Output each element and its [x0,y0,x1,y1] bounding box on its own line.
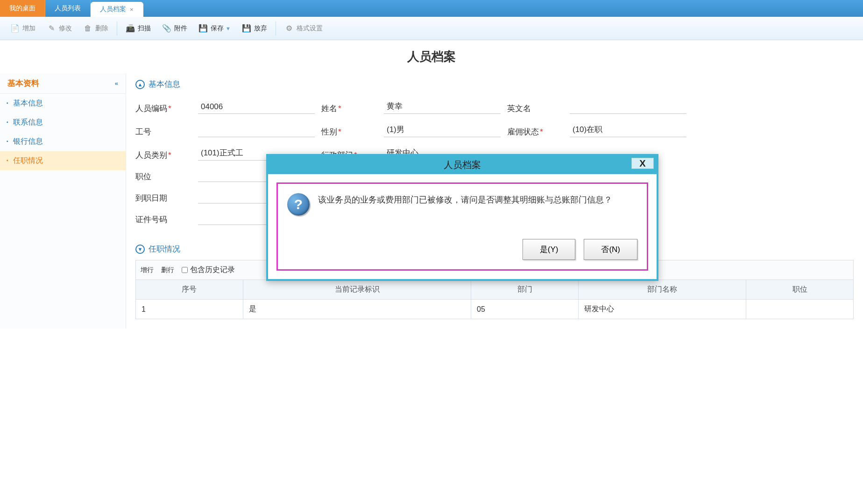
sidebar-item-bank[interactable]: 银行信息 [0,132,126,151]
toolbar: 📄增加 ✎修改 🗑删除 📠扫描 📎附件 💾保存▼ 💾放弃 ⚙格式设置 [0,17,863,40]
discard-icon: 💾 [242,24,251,33]
yes-button[interactable]: 是(Y) [523,239,576,260]
save-button[interactable]: 💾保存▼ [193,21,236,36]
sidebar-header: 基本资料 « [0,73,126,94]
table-row[interactable]: 1 是 05 研发中心 [136,300,854,319]
chevron-down-icon[interactable]: ▼ [226,26,231,31]
cell-position[interactable] [746,300,854,319]
job-table: 序号 当前记录标识 部门 部门名称 职位 1 是 05 研发中心 [135,280,854,319]
label-code: 人员编码* [135,103,191,114]
scan-button[interactable]: 📠扫描 [120,21,156,36]
add-button[interactable]: 📄增加 [5,21,41,36]
dialog-highlight: ? 该业务员的业务或费用部门已被修改，请问是否调整其明细账与总账部门信息？ 是(… [276,182,648,271]
format-button[interactable]: ⚙格式设置 [279,21,328,36]
input-worker-no[interactable] [198,124,315,137]
save-icon: 💾 [198,24,208,33]
page-title: 人员档案 [0,40,863,73]
label-eng-name: 英文名 [507,103,563,114]
collapse-up-icon[interactable]: ▲ [135,80,145,89]
label-name: 姓名* [321,103,377,114]
dialog-message: 该业务员的业务或费用部门已被修改，请问是否调整其明细账与总账部门信息？ [318,193,612,207]
sidebar-item-basic[interactable]: 基本信息 [0,94,126,113]
label-position: 职位 [135,171,191,182]
tab-person-list[interactable]: 人员列表 [45,0,91,17]
input-code[interactable]: 04006 [198,100,315,114]
cell-dept-name[interactable]: 研发中心 [579,300,746,319]
col-dept-name: 部门名称 [579,280,746,300]
cell-no[interactable]: 1 [136,300,243,319]
sidebar-item-job[interactable]: 任职情况 [0,151,126,170]
dialog-close-button[interactable]: X [631,158,654,169]
cell-dept[interactable]: 05 [471,300,579,319]
add-row-button[interactable]: 增行 [141,266,154,274]
label-id-no: 证件号码 [135,214,191,225]
label-join-date: 到职日期 [135,193,191,203]
separator [276,21,276,35]
close-icon[interactable]: × [130,6,134,13]
gear-icon: ⚙ [284,24,294,33]
input-gender[interactable]: (1)男 [384,122,501,137]
label-category: 人员类别* [135,150,191,161]
col-no: 序号 [136,280,243,300]
label-emp-status: 雇佣状态* [507,126,563,137]
delete-button[interactable]: 🗑删除 [78,21,114,36]
collapse-icon[interactable]: « [115,80,118,87]
table-header-row: 序号 当前记录标识 部门 部门名称 职位 [136,280,854,300]
scanner-icon: 📠 [126,24,135,33]
checkbox-icon[interactable] [182,267,188,273]
tab-bar: 我的桌面 人员列表 人员档案 × [0,0,863,17]
plus-icon: 📄 [10,24,20,33]
separator [117,21,117,35]
discard-button[interactable]: 💾放弃 [236,21,273,36]
collapse-down-icon[interactable]: ▼ [135,245,145,254]
dialog-title-bar[interactable]: 人员档案 X [268,156,657,174]
pencil-icon: ✎ [47,24,56,33]
sidebar-item-contact[interactable]: 联系信息 [0,113,126,132]
attach-button[interactable]: 📎附件 [156,21,193,36]
col-current: 当前记录标识 [243,280,471,300]
label-gender: 性别* [321,126,377,137]
section-basic-title[interactable]: ▲ 基本信息 [135,73,854,95]
input-eng-name[interactable] [570,101,686,114]
tab-person-file[interactable]: 人员档案 × [91,2,143,17]
del-row-button[interactable]: 删行 [161,266,174,274]
edit-button[interactable]: ✎修改 [41,21,78,36]
cell-current[interactable]: 是 [243,300,471,319]
input-emp-status[interactable]: (10)在职 [570,122,686,137]
sidebar: 基本资料 « 基本信息 联系信息 银行信息 任职情况 [0,73,126,329]
tab-my-desktop[interactable]: 我的桌面 [0,0,45,17]
tab-label: 人员档案 [100,5,126,14]
col-position: 职位 [746,280,854,300]
no-button[interactable]: 否(N) [584,239,637,260]
label-worker-no: 工号 [135,126,191,137]
question-icon: ? [287,193,310,216]
input-name[interactable]: 黄幸 [384,99,501,114]
dialog-title: 人员档案 [444,160,481,170]
paperclip-icon: 📎 [162,24,171,33]
confirm-dialog: 人员档案 X ? 该业务员的业务或费用部门已被修改，请问是否调整其明细账与总账部… [266,154,658,281]
trash-icon: 🗑 [83,24,92,33]
col-dept: 部门 [471,280,579,300]
include-history-checkbox[interactable]: 包含历史记录 [182,265,235,275]
